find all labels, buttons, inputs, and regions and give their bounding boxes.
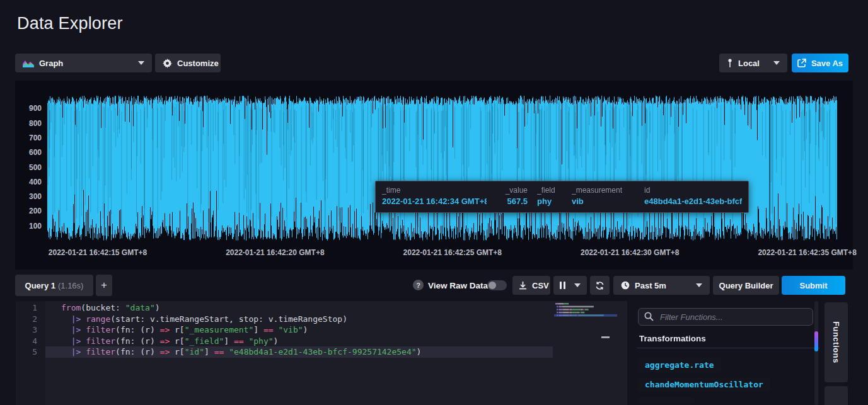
filter-functions-input[interactable]	[638, 308, 813, 326]
tooltip-column: _fieldphy	[537, 186, 562, 212]
refresh-icon	[595, 281, 605, 290]
line-number: 5	[16, 346, 45, 358]
chevron-down-icon	[773, 61, 780, 65]
tooltip-column: _measurementvib	[572, 186, 635, 212]
chart-panel: _time2022-01-21 16:42:34 GMT+8_value567.…	[15, 81, 853, 270]
query-builder-button[interactable]: Query Builder	[713, 276, 779, 295]
functions-scrollbar[interactable]	[814, 301, 818, 405]
y-tick-label: 700	[15, 134, 42, 142]
hover-crosshair	[769, 94, 770, 241]
query-duration: (1.16s)	[58, 281, 83, 290]
y-tick-label: 600	[15, 148, 42, 157]
graph-icon	[23, 59, 34, 67]
function-pill[interactable]: aggregate.rate	[638, 358, 721, 372]
query-tab-name: Query 1	[25, 281, 55, 290]
code-text: |> range(start: v.timeRangeStart, stop: …	[45, 314, 553, 325]
chevron-down-icon	[696, 283, 702, 287]
data-explorer-page: Data Explorer Graph Customize Local Save…	[0, 0, 868, 405]
tooltip-column-header: _value	[496, 186, 528, 195]
line-number: 4	[16, 336, 45, 347]
x-tick-label: 2022-01-21 16:42:15 GMT+8	[49, 248, 147, 257]
time-range-dropdown[interactable]: Past 5m	[613, 276, 710, 295]
tooltip-column-value: 2022-01-21 16:42:34 GMT+8	[382, 197, 487, 206]
graph-type-dropdown[interactable]: Graph	[15, 54, 152, 72]
query-tab[interactable]: Query 1 (1.16s)	[15, 275, 93, 296]
local-label: Local	[738, 59, 760, 68]
chevron-down-icon	[574, 283, 581, 287]
function-pill[interactable]: chandeMomentumOscillator	[638, 377, 770, 392]
y-tick-label: 800	[15, 119, 42, 128]
customize-label: Customize	[177, 59, 219, 68]
graph-type-label: Graph	[39, 59, 63, 68]
code-line[interactable]: 5 |> filter(fn: (r) => r["id"] == "e48bd…	[16, 346, 627, 358]
clock-icon	[621, 281, 630, 290]
functions-panel: Transformations aggregate.ratechandeMome…	[637, 301, 819, 405]
help-icon[interactable]: ?	[413, 280, 424, 290]
search-icon	[644, 312, 654, 321]
tooltip-column: _value567.5	[496, 186, 528, 212]
line-number: 2	[16, 314, 45, 325]
tooltip-column-value: phy	[537, 197, 562, 206]
refresh-button[interactable]	[590, 276, 610, 295]
gear-icon	[163, 59, 172, 68]
pause-icon	[560, 282, 565, 289]
export-icon	[797, 59, 806, 67]
code-text: |> filter(fn: (r) => r["_field"] == "phy…	[45, 336, 553, 347]
editor-minimap[interactable]	[553, 301, 627, 405]
pin-icon	[727, 59, 733, 68]
functions-side-tab[interactable]: Functions	[825, 302, 848, 382]
x-tick-label: 2022-01-21 16:42:30 GMT+8	[581, 248, 679, 257]
flux-script-editor[interactable]: 1from(bucket: "data")2 |> range(start: v…	[16, 301, 627, 405]
local-dropdown[interactable]: Local	[719, 54, 787, 72]
x-tick-label: 2022-01-21 16:42:35 GMT+8	[758, 248, 856, 257]
csv-label: CSV	[532, 281, 549, 290]
y-tick-label: 100	[15, 222, 42, 231]
chart-tooltip: _time2022-01-21 16:42:34 GMT+8_value567.…	[375, 181, 749, 213]
page-title: Data Explorer	[17, 14, 123, 33]
pause-dropdown-button[interactable]	[553, 276, 587, 295]
scrollbar-thumb[interactable]	[814, 331, 818, 351]
tooltip-column-value: e48bd4a1-e2d1-43eb-bfcf-992...	[644, 197, 742, 206]
y-tick-label: 400	[15, 178, 42, 186]
line-number: 3	[16, 324, 45, 336]
time-range-label: Past 5m	[635, 281, 666, 290]
y-tick-label: 500	[15, 163, 42, 172]
x-tick-label: 2022-01-21 16:42:20 GMT+8	[226, 248, 324, 257]
functions-tab-label: Functions	[831, 321, 841, 363]
code-text: |> filter(fn: (r) => r["id"] == "e48bd4a…	[45, 346, 553, 358]
code-text: from(bucket: "data")	[45, 302, 553, 314]
code-text: |> filter(fn: (r) => r["_measurement"] =…	[45, 324, 553, 336]
code-line[interactable]: 2 |> range(start: v.timeRangeStart, stop…	[16, 314, 627, 325]
toggle-knob	[489, 282, 496, 289]
tooltip-column-header: _measurement	[572, 186, 635, 195]
save-as-label: Save As	[811, 59, 843, 68]
transformations-section-title: Transformations	[639, 334, 706, 343]
download-icon	[519, 281, 527, 290]
section-divider	[637, 348, 819, 348]
tooltip-column-header: _time	[382, 186, 487, 195]
code-line[interactable]: 3 |> filter(fn: (r) => r["_measurement"]…	[16, 324, 627, 336]
csv-download-button[interactable]: CSV	[512, 276, 550, 295]
function-pill-partial[interactable]	[638, 397, 695, 404]
save-as-button[interactable]: Save As	[792, 54, 848, 72]
chevron-down-icon	[138, 61, 144, 65]
view-raw-data-label: View Raw Data	[428, 281, 488, 290]
submit-button[interactable]: Submit	[782, 276, 845, 295]
next-side-tab[interactable]	[825, 386, 848, 405]
minimap-marker	[601, 336, 610, 338]
add-query-button[interactable]: +	[96, 275, 112, 296]
tooltip-column: _time2022-01-21 16:42:34 GMT+8	[382, 186, 487, 212]
tooltip-column-header: id	[644, 186, 742, 195]
timeseries-chart[interactable]	[47, 94, 837, 241]
code-line[interactable]: 4 |> filter(fn: (r) => r["_field"] == "p…	[16, 336, 627, 347]
tooltip-column: ide48bd4a1-e2d1-43eb-bfcf-992...	[644, 186, 742, 212]
y-tick-label: 200	[15, 207, 42, 215]
code-line[interactable]: 1from(bucket: "data")	[16, 302, 627, 314]
y-tick-label: 300	[15, 192, 42, 201]
line-number: 1	[16, 302, 45, 314]
raw-data-toggle[interactable]	[487, 280, 507, 290]
tooltip-column-value: vib	[572, 197, 635, 206]
tooltip-column-header: _field	[537, 186, 562, 195]
y-tick-label: 900	[15, 104, 42, 113]
customize-button[interactable]: Customize	[155, 54, 221, 72]
